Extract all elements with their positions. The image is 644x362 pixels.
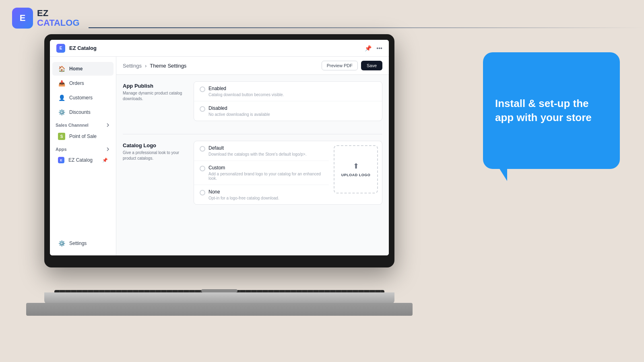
app-title: EZ Catalog [69, 45, 97, 51]
default-logo-sublabel: Download the catalogs with the Store's d… [208, 152, 323, 156]
sales-channel-section: Sales Channnel [50, 119, 116, 129]
chevron-right-icon [105, 123, 110, 128]
discounts-icon: ⚙️ [58, 109, 65, 116]
brand-logo: E EZ CATALOG [12, 8, 80, 29]
pin-icon[interactable]: 📌 [365, 45, 372, 51]
logo-section-inner: Default Download the catalogs with the S… [194, 141, 382, 204]
sidebar-home-label: Home [69, 66, 83, 72]
content-area: App Publish Manage dynamic product catal… [116, 75, 389, 255]
upload-logo-box[interactable]: ⬆ UPLOAD LOGO [334, 145, 378, 193]
disabled-option[interactable]: Disabled No active downloading is availa… [194, 101, 382, 121]
app-publish-title: App Publish [123, 83, 187, 89]
upload-arrow-icon: ⬆ [353, 162, 359, 171]
sidebar-item-pos[interactable]: S Point of Sale [52, 130, 114, 143]
app-publish-card: Enabled Catalog download button becomes … [194, 81, 382, 121]
default-logo-option[interactable]: Default Download the catalogs with the S… [194, 141, 329, 161]
app-header-left: E EZ Catalog [56, 44, 97, 53]
brand-icon: E [12, 8, 33, 29]
sidebar-item-discounts[interactable]: ⚙️ Discounts [52, 105, 114, 119]
custom-logo-option[interactable]: Custom Add a personalized brand logo to … [194, 161, 329, 185]
top-bar-divider [89, 27, 644, 28]
app-header: E EZ Catalog 📌 ••• [50, 40, 389, 57]
catalog-logo-desc: Give a professional look to your product… [123, 150, 187, 161]
brand-ez-label: EZ [37, 8, 80, 18]
none-logo-label: None [208, 189, 220, 195]
brand-text: EZ CATALOG [37, 8, 80, 28]
none-logo-sublabel: Opt-in for a logo-free catalog download. [208, 196, 323, 200]
disabled-sublabel: No active downloading is available [208, 112, 376, 117]
orders-icon: 📥 [58, 80, 65, 87]
enabled-option[interactable]: Enabled Catalog download button becomes … [194, 82, 382, 101]
app-publish-options: Enabled Catalog download button becomes … [194, 81, 382, 128]
chevron-right-apps-icon [105, 147, 110, 152]
app-publish-desc: Manage dynamic product catalog downloads… [123, 90, 187, 102]
breadcrumb-current: Theme Settings [150, 63, 186, 69]
logo-radio-col: Default Download the catalogs with the S… [194, 141, 329, 204]
catalog-logo-options: Default Download the catalogs with the S… [194, 141, 382, 211]
default-radio[interactable] [200, 146, 205, 152]
sidebar-item-settings[interactable]: ⚙️ Settings [52, 237, 114, 250]
ez-catalog-sidebar-icon: E [58, 157, 64, 163]
settings-icon: ⚙️ [58, 240, 65, 247]
apps-section: Apps [50, 144, 116, 153]
catalog-logo-label-col: Catalog Logo Give a professional look to… [123, 141, 187, 211]
app-logo-icon: E [56, 44, 65, 53]
apps-label: Apps [56, 147, 67, 152]
catalog-logo-section: Catalog Logo Give a professional look to… [123, 141, 382, 211]
top-bar: E EZ CATALOG [0, 0, 644, 36]
save-button[interactable]: Save [361, 61, 382, 70]
app-publish-section: App Publish Manage dynamic product catal… [123, 81, 382, 128]
sidebar-item-ez-catalog[interactable]: E EZ Catalog 📌 [52, 154, 114, 167]
sidebar-orders-label: Orders [69, 80, 84, 86]
brand-catalog-label: CATALOG [37, 18, 80, 28]
breadcrumb-bar: Settings › Theme Settings Preview PDF Sa… [116, 57, 389, 75]
sidebar-customers-label: Customers [69, 95, 93, 101]
shopify-icon: S [58, 133, 65, 140]
sidebar-item-home[interactable]: 🏠 Home [52, 62, 114, 76]
laptop-foot [26, 303, 413, 316]
sidebar-pos-label: Point of Sale [69, 134, 97, 139]
none-radio[interactable] [200, 190, 205, 195]
main-content: Settings › Theme Settings Preview PDF Sa… [116, 57, 389, 255]
speech-bubble: Install & set-up the app with your store [483, 52, 620, 169]
section-divider [123, 134, 382, 134]
breadcrumb: Settings › Theme Settings [123, 63, 186, 69]
breadcrumb-parent[interactable]: Settings [123, 63, 142, 69]
custom-logo-label: Custom [208, 165, 225, 171]
sidebar-discounts-label: Discounts [69, 109, 91, 115]
custom-radio[interactable] [200, 166, 205, 171]
catalog-logo-card: Default Download the catalogs with the S… [194, 141, 382, 205]
sales-channel-label: Sales Channnel [56, 123, 89, 128]
sidebar-item-orders[interactable]: 📥 Orders [52, 76, 114, 90]
custom-logo-sublabel: Add a personalized brand logo to your ca… [208, 172, 323, 181]
bubble-text: Install & set-up the app with your store [495, 97, 608, 125]
sidebar-ez-catalog-label: EZ Catalog [68, 157, 93, 163]
enabled-radio[interactable] [200, 86, 205, 92]
breadcrumb-separator: › [145, 63, 147, 69]
app-publish-label-col: App Publish Manage dynamic product catal… [123, 81, 187, 128]
laptop-screen: E EZ Catalog 📌 ••• 🏠 Home [50, 40, 389, 255]
enabled-sublabel: Catalog download button becomes visible. [208, 93, 376, 97]
breadcrumb-actions: Preview PDF Save [322, 61, 382, 70]
default-logo-label: Default [208, 145, 224, 151]
disabled-radio[interactable] [200, 106, 205, 112]
laptop-base [44, 292, 394, 304]
more-icon[interactable]: ••• [376, 45, 382, 51]
catalog-logo-title: Catalog Logo [123, 142, 187, 148]
pin-badge-icon: 📌 [102, 158, 108, 163]
upload-logo-label: UPLOAD LOGO [341, 173, 371, 177]
laptop-screen-outer: E EZ Catalog 📌 ••• 🏠 Home [44, 34, 394, 267]
home-icon: 🏠 [58, 65, 65, 72]
none-logo-option[interactable]: None Opt-in for a logo-free catalog down… [194, 185, 329, 204]
sidebar-settings-label: Settings [69, 241, 87, 246]
disabled-label: Disabled [208, 105, 227, 111]
customers-icon: 👤 [58, 94, 65, 101]
enabled-label: Enabled [208, 86, 226, 91]
app-header-icons: 📌 ••• [365, 45, 382, 51]
sidebar: 🏠 Home 📥 Orders 👤 Customers [50, 57, 116, 255]
preview-pdf-button[interactable]: Preview PDF [322, 61, 358, 70]
laptop-notch [201, 289, 237, 292]
sidebar-item-customers[interactable]: 👤 Customers [52, 91, 114, 105]
laptop-wrapper: E EZ Catalog 📌 ••• 🏠 Home [44, 34, 394, 316]
app-ui: 🏠 Home 📥 Orders 👤 Customers [50, 57, 389, 255]
